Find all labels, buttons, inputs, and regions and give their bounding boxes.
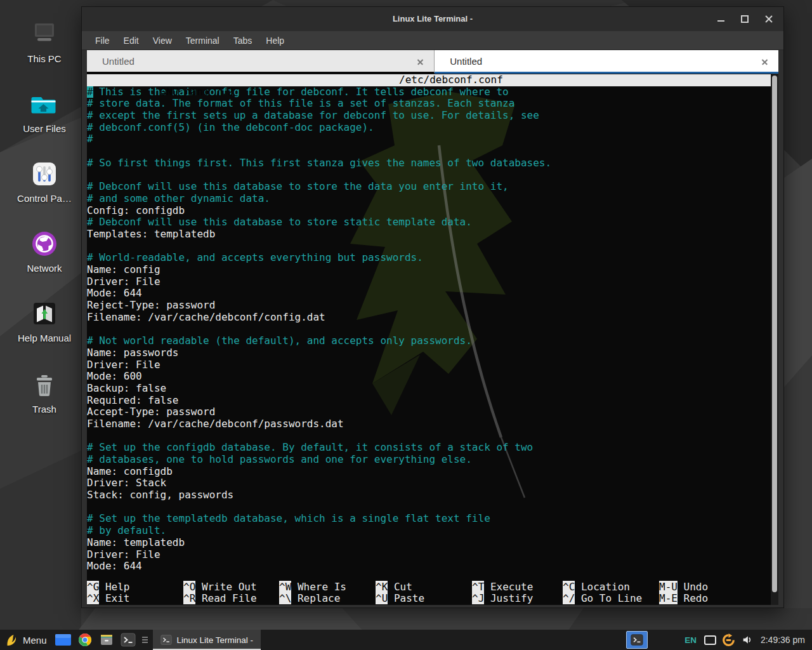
desktop-icon-label: This PC: [5, 53, 84, 64]
terminal-line: # Set up the templatedb database, which …: [87, 513, 771, 525]
desktop-icon-help-manual[interactable]: Help Manual: [5, 297, 84, 343]
terminal-line: Driver: File: [87, 276, 771, 288]
keyboard-layout-indicator[interactable]: EN: [684, 635, 697, 645]
desktop-icon-trash[interactable]: Trash: [5, 368, 84, 415]
control-panel-sliders-icon: [5, 157, 84, 190]
terminal-line: # Set up the configdb database. By defau…: [87, 442, 771, 454]
taskbar: Menu: [0, 630, 812, 650]
clock[interactable]: 2:49:36 pm: [761, 635, 805, 645]
shortcut-key: ^G: [87, 581, 99, 593]
shortcut-key: ^O: [183, 581, 195, 593]
menu-item-terminal[interactable]: Terminal: [179, 32, 226, 49]
tab-untitled-1[interactable]: Untitled: [87, 50, 435, 74]
desktop-icon-user-files[interactable]: User Files: [5, 88, 84, 134]
terminal-line: Config: configdb: [87, 205, 771, 217]
shortcut-key: ^/: [563, 592, 575, 604]
archive-manager-icon[interactable]: [99, 632, 114, 647]
terminal-line: Stack: config, passwords: [87, 489, 771, 501]
terminal-line: Accept-Type: password: [87, 406, 771, 418]
terminal-scrollbar[interactable]: [771, 74, 778, 605]
nano-shortcut-help: ^G Help: [87, 581, 129, 594]
task-button-terminal[interactable]: Linux Lite Terminal -: [153, 630, 261, 650]
nano-shortcut-replace: ^\ Replace: [279, 593, 340, 605]
terminal-line: Name: configdb: [87, 466, 771, 478]
chrome-browser-icon[interactable]: [77, 632, 93, 647]
terminal-line: [87, 501, 771, 514]
terminal-line: Filename: /var/cache/debconf/config.dat: [87, 312, 771, 324]
minimize-button[interactable]: [716, 15, 725, 23]
nano-shortcut-read-file: ^R Read File: [183, 593, 257, 605]
menu-item-view[interactable]: View: [146, 32, 179, 49]
shortcut-key: ^K: [376, 581, 388, 593]
help-manual-book-icon: [5, 297, 84, 330]
tab-close-icon[interactable]: [761, 58, 768, 65]
terminal-line: Name: config: [87, 264, 771, 276]
terminal-line: # debconf.conf(5) (in the debconf-doc pa…: [87, 122, 771, 134]
terminal-line: [87, 430, 771, 442]
nano-shortcut-justify: ^J Justify: [472, 593, 533, 605]
workspace-switcher-icon[interactable]: [55, 633, 71, 646]
terminal-launcher-icon[interactable]: [121, 632, 136, 647]
terminal-line: #: [87, 133, 771, 145]
shortcut-key: ^J: [472, 592, 484, 604]
desktop-icon-label: Control Pa…: [5, 193, 84, 204]
desktop-icon-label: User Files: [5, 123, 84, 134]
nano-filename: /etc/debconf.conf: [399, 74, 503, 86]
menu-label[interactable]: Menu: [23, 635, 47, 646]
tab-close-icon[interactable]: [417, 58, 424, 65]
terminal-line: # Debconf will use this database to stor…: [87, 181, 771, 193]
desktop-icon-label: Help Manual: [5, 333, 84, 343]
terminal-line: # and some other dynamic data.: [87, 193, 771, 205]
terminal-line: # databases, one to hold passwords and o…: [87, 454, 771, 466]
terminal-line: [87, 323, 771, 335]
nano-shortcut-go-to-line: ^/ Go To Line: [563, 593, 642, 605]
system-tray: EN 2:49:36 pm: [626, 631, 809, 649]
terminal-line: Mode: 600: [87, 371, 771, 383]
this-pc-icon: [5, 18, 84, 51]
close-button[interactable]: [764, 15, 773, 23]
desktop-icon-control-panel[interactable]: Control Pa…: [5, 157, 84, 204]
volume-icon[interactable]: [742, 634, 753, 646]
menu-item-tabs[interactable]: Tabs: [226, 32, 259, 49]
desktop-icon-network[interactable]: Network: [5, 227, 84, 274]
tray-terminal-icon[interactable]: [626, 631, 648, 649]
desktop-icon-this-pc[interactable]: This PC: [5, 18, 84, 64]
start-menu-button[interactable]: [5, 633, 18, 647]
terminal-line: # except the first sets up a database fo…: [87, 110, 771, 122]
trash-can-icon: [5, 368, 84, 401]
nano-shortcut-execute: ^T Execute: [472, 581, 533, 594]
shortcut-key: ^T: [472, 581, 484, 593]
terminal-line: # Not world readable (the default), and …: [87, 335, 771, 347]
terminal-screen[interactable]: GNU nano 7.2 /etc/debconf.conf # This is…: [87, 74, 778, 605]
update-manager-icon[interactable]: [722, 633, 735, 647]
terminal-line: # So first things first. This first stan…: [87, 157, 771, 169]
terminal-line: Filename: /var/cache/debconf/passwords.d…: [87, 418, 771, 430]
shortcut-key: ^X: [87, 592, 99, 604]
tab-untitled-2[interactable]: Untitled: [435, 50, 778, 74]
menu-item-file[interactable]: File: [88, 32, 117, 49]
display-settings-icon[interactable]: [704, 635, 716, 645]
terminal-line: Name: templatedb: [87, 537, 771, 549]
network-globe-icon: [5, 227, 84, 260]
window-titlebar[interactable]: Linux Lite Terminal -: [82, 7, 783, 31]
linux-lite-logo-icon: [5, 633, 18, 647]
scrollbar-thumb[interactable]: [772, 76, 777, 592]
nano-shortcut-location: ^C Location: [563, 581, 630, 594]
terminal-line: Driver: File: [87, 359, 771, 371]
shortcut-row-2: ^X Exit^R Read File^\ Replace^U Paste^J …: [87, 593, 771, 605]
nano-shortcut-write-out: ^O Write Out: [183, 581, 257, 594]
maximize-button[interactable]: [740, 15, 749, 23]
nano-shortcut-redo: M-E Redo: [659, 593, 708, 605]
shortcut-key: ^\: [279, 592, 291, 604]
terminal-line: # by default.: [87, 525, 771, 537]
panel-separator-handle[interactable]: [142, 637, 148, 643]
menu-bar: FileEditViewTerminalTabsHelp: [82, 31, 783, 50]
terminal-line: # World-readable, and accepts everything…: [87, 252, 771, 264]
tab-label: Untitled: [87, 56, 134, 67]
nano-shortcut-cut: ^K Cut: [376, 581, 412, 594]
menu-item-help[interactable]: Help: [259, 32, 291, 49]
window-title: Linux Lite Terminal -: [82, 7, 783, 31]
nano-shortcut-paste: ^U Paste: [376, 593, 424, 605]
menu-item-edit[interactable]: Edit: [117, 32, 146, 49]
task-button-label: Linux Lite Terminal -: [177, 635, 254, 645]
